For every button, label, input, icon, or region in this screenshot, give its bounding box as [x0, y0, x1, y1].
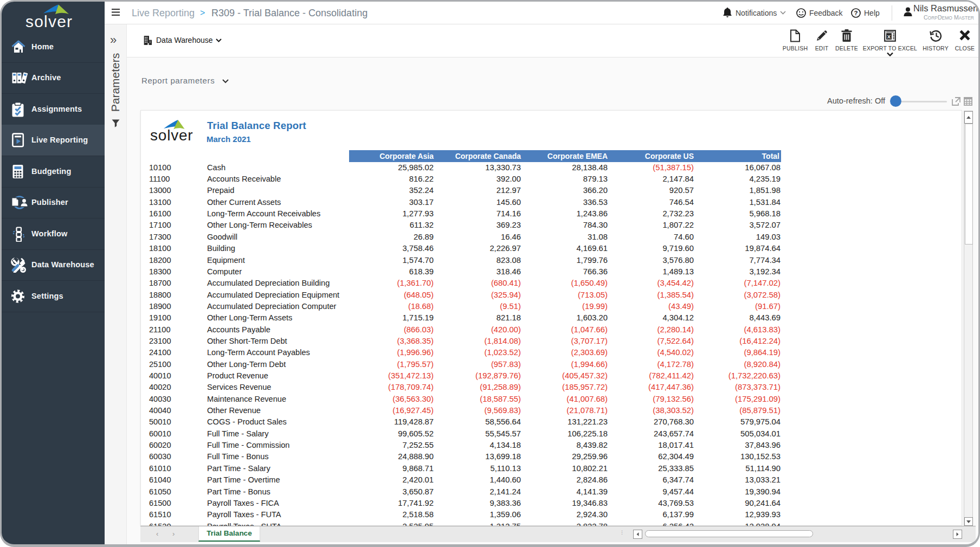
svg-text:X: X: [887, 34, 891, 40]
svg-text:?: ?: [854, 10, 858, 16]
